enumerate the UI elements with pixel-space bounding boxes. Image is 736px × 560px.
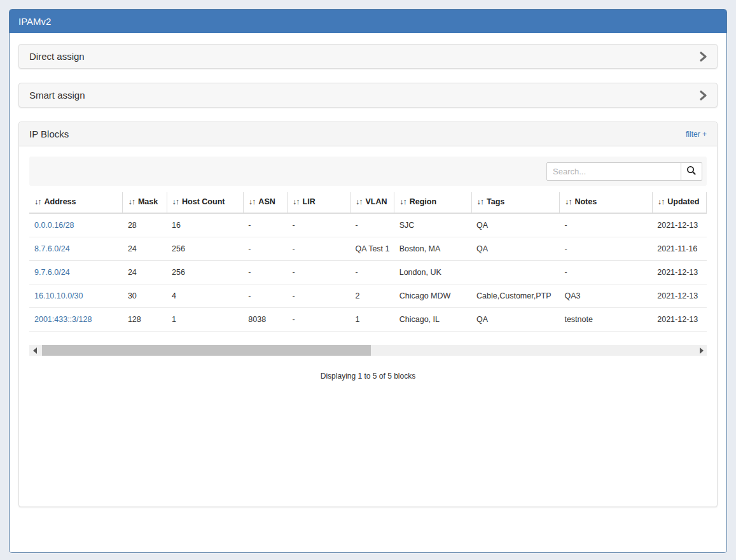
scroll-left-button[interactable] xyxy=(29,345,40,356)
cell-notes: - xyxy=(559,237,652,261)
sort-icon: ↓↑ xyxy=(172,197,179,206)
table-status-text: Displaying 1 to 5 of 5 blocks xyxy=(29,372,707,381)
cell-updated: 2021-12-13 xyxy=(652,213,706,237)
column-header-mask[interactable]: ↓↑Mask xyxy=(123,192,167,213)
cell-notes: QA3 xyxy=(559,284,652,308)
content-area: Direct assign Smart assign IP Blocks fil… xyxy=(10,33,726,507)
address-cell: 8.7.6.0/24 xyxy=(29,237,123,261)
column-label: ASN xyxy=(258,197,275,206)
cell-lir: - xyxy=(288,284,351,308)
triangle-left-icon xyxy=(33,347,37,354)
cell-lir: - xyxy=(288,237,351,261)
column-label: Mask xyxy=(138,197,158,206)
address-cell: 9.7.6.0/24 xyxy=(29,261,123,284)
column-header-notes[interactable]: ↓↑Notes xyxy=(559,192,652,213)
cell-notes: - xyxy=(559,213,652,237)
cell-notes: testnote xyxy=(559,308,652,332)
cell-vlan: 1 xyxy=(351,308,394,332)
table-row: 9.7.6.0/2424256---London, UK-2021-12-13 xyxy=(29,261,707,284)
column-label: Host Count xyxy=(182,197,225,206)
table-row: 16.10.10.0/30304--2Chicago MDWCable,Cust… xyxy=(29,284,707,308)
cell-asn: - xyxy=(243,284,287,308)
app-title: IPAMv2 xyxy=(18,16,51,27)
cell-vlan: QA Test 1 xyxy=(351,237,394,261)
cell-region: Chicago, IL xyxy=(394,308,471,332)
scrollbar-thumb[interactable] xyxy=(42,345,371,356)
cell-notes: - xyxy=(559,261,652,284)
address-link[interactable]: 8.7.6.0/24 xyxy=(34,244,70,253)
column-header-vlan[interactable]: ↓↑VLAN xyxy=(351,192,394,213)
cell-region: Chicago MDW xyxy=(394,284,471,308)
address-cell: 2001:433::3/128 xyxy=(29,308,123,332)
column-label: Updated xyxy=(667,197,699,206)
smart-assign-panel[interactable]: Smart assign xyxy=(18,83,718,108)
cell-tags: QA xyxy=(471,308,559,332)
cell-mask: 30 xyxy=(123,284,167,308)
cell-asn: - xyxy=(243,237,287,261)
horizontal-scrollbar[interactable] xyxy=(29,345,707,356)
cell-lir: - xyxy=(288,308,351,332)
direct-assign-label: Direct assign xyxy=(29,51,85,62)
direct-assign-panel[interactable]: Direct assign xyxy=(18,44,718,69)
chevron-right-icon xyxy=(699,90,707,101)
cell-vlan: - xyxy=(351,213,394,237)
cell-updated: 2021-12-13 xyxy=(652,261,706,284)
cell-lir: - xyxy=(288,261,351,284)
sort-icon: ↓↑ xyxy=(128,197,135,206)
cell-host-count: 1 xyxy=(167,308,243,332)
address-link[interactable]: 0.0.0.16/28 xyxy=(34,221,74,230)
search-input[interactable] xyxy=(546,162,681,181)
table-toolbar xyxy=(29,157,707,186)
cell-mask: 28 xyxy=(123,213,167,237)
ip-blocks-table: ↓↑Address↓↑Mask↓↑Host Count↓↑ASN↓↑LIR↓↑V… xyxy=(29,192,707,332)
sort-icon: ↓↑ xyxy=(399,197,406,206)
cell-tags: QA xyxy=(471,213,559,237)
cell-updated: 2021-11-16 xyxy=(652,237,706,261)
cell-tags: QA xyxy=(471,237,559,261)
cell-mask: 24 xyxy=(123,261,167,284)
cell-region: Boston, MA xyxy=(394,237,471,261)
address-cell: 0.0.0.16/28 xyxy=(29,213,123,237)
column-header-tags[interactable]: ↓↑Tags xyxy=(471,192,559,213)
ip-blocks-header: IP Blocks filter + xyxy=(19,122,717,146)
cell-host-count: 256 xyxy=(167,237,243,261)
column-header-asn[interactable]: ↓↑ASN xyxy=(243,192,287,213)
sort-icon: ↓↑ xyxy=(477,197,484,206)
column-label: LIR xyxy=(303,197,316,206)
table-header-row: ↓↑Address↓↑Mask↓↑Host Count↓↑ASN↓↑LIR↓↑V… xyxy=(29,192,707,213)
scroll-right-button[interactable] xyxy=(696,345,707,356)
column-header-host-count[interactable]: ↓↑Host Count xyxy=(167,192,243,213)
cell-vlan: 2 xyxy=(351,284,394,308)
column-header-region[interactable]: ↓↑Region xyxy=(394,192,471,213)
search-button[interactable] xyxy=(681,162,702,181)
table-row: 0.0.0.16/282816---SJCQA-2021-12-13 xyxy=(29,213,707,237)
address-link[interactable]: 2001:433::3/128 xyxy=(34,315,92,324)
column-label: Address xyxy=(45,197,76,206)
triangle-right-icon xyxy=(700,347,704,354)
sort-icon: ↓↑ xyxy=(293,197,300,206)
ip-blocks-panel: IP Blocks filter + xyxy=(18,122,718,507)
column-label: Region xyxy=(410,197,436,206)
sort-icon: ↓↑ xyxy=(565,197,572,206)
cell-host-count: 256 xyxy=(167,261,243,284)
filter-toggle-link[interactable]: filter + xyxy=(686,130,707,139)
chevron-right-icon xyxy=(699,52,707,62)
cell-tags: Cable,Customer,PTP xyxy=(471,284,559,308)
sort-icon: ↓↑ xyxy=(249,197,256,206)
address-link[interactable]: 9.7.6.0/24 xyxy=(34,268,70,277)
sort-icon: ↓↑ xyxy=(34,197,41,206)
cell-host-count: 16 xyxy=(167,213,243,237)
column-header-address[interactable]: ↓↑Address xyxy=(29,192,123,213)
cell-region: SJC xyxy=(394,213,471,237)
column-header-lir[interactable]: ↓↑LIR xyxy=(288,192,351,213)
column-label: Tags xyxy=(487,197,504,206)
search-icon xyxy=(686,165,697,178)
address-cell: 16.10.10.0/30 xyxy=(29,284,123,308)
column-header-updated[interactable]: ↓↑Updated xyxy=(652,192,706,213)
cell-updated: 2021-12-13 xyxy=(652,308,706,332)
cell-asn: - xyxy=(243,213,287,237)
cell-asn: - xyxy=(243,261,287,284)
address-link[interactable]: 16.10.10.0/30 xyxy=(34,291,83,300)
column-label: VLAN xyxy=(366,197,387,206)
cell-region: London, UK xyxy=(394,261,471,284)
